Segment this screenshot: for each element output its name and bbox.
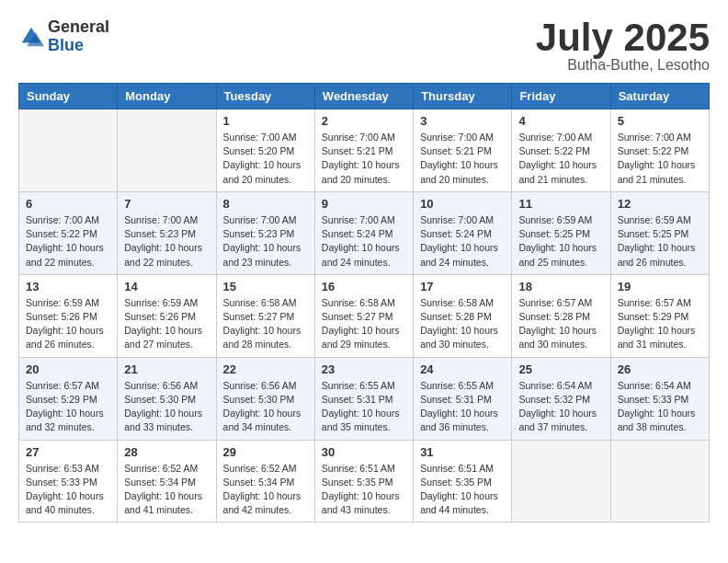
- day-number: 1: [223, 114, 308, 128]
- calendar-cell: [118, 109, 216, 192]
- day-info: Sunrise: 7:00 AMSunset: 5:24 PMDaylight:…: [322, 213, 406, 270]
- day-info: Sunrise: 6:59 AMSunset: 5:25 PMDaylight:…: [618, 213, 702, 270]
- weekday-header: Friday: [512, 84, 610, 109]
- logo: General Blue: [18, 18, 109, 55]
- calendar-cell: 19Sunrise: 6:57 AMSunset: 5:29 PMDayligh…: [610, 274, 709, 357]
- day-info: Sunrise: 6:52 AMSunset: 5:34 PMDaylight:…: [124, 462, 209, 518]
- weekday-header: Monday: [118, 84, 216, 109]
- calendar-cell: 15Sunrise: 6:58 AMSunset: 5:27 PMDayligh…: [216, 274, 314, 357]
- calendar-cell: 30Sunrise: 6:51 AMSunset: 5:35 PMDayligh…: [314, 440, 413, 523]
- day-info: Sunrise: 6:55 AMSunset: 5:31 PMDaylight:…: [420, 379, 505, 435]
- day-number: 3: [420, 114, 505, 128]
- day-number: 12: [618, 197, 702, 211]
- day-number: 20: [26, 362, 110, 376]
- day-info: Sunrise: 6:55 AMSunset: 5:31 PMDaylight:…: [322, 379, 406, 435]
- calendar-cell: 10Sunrise: 7:00 AMSunset: 5:24 PMDayligh…: [414, 191, 512, 274]
- day-number: 31: [420, 445, 505, 459]
- day-number: 8: [223, 197, 308, 211]
- calendar-cell: 16Sunrise: 6:58 AMSunset: 5:27 PMDayligh…: [314, 274, 413, 357]
- calendar-cell: 17Sunrise: 6:58 AMSunset: 5:28 PMDayligh…: [414, 274, 512, 357]
- day-info: Sunrise: 6:56 AMSunset: 5:30 PMDaylight:…: [223, 379, 308, 435]
- day-info: Sunrise: 6:51 AMSunset: 5:35 PMDaylight:…: [322, 462, 406, 518]
- day-info: Sunrise: 6:58 AMSunset: 5:28 PMDaylight:…: [420, 296, 505, 352]
- day-number: 9: [322, 197, 406, 211]
- calendar-cell: 8Sunrise: 7:00 AMSunset: 5:23 PMDaylight…: [216, 191, 314, 274]
- day-number: 16: [322, 280, 406, 293]
- day-info: Sunrise: 7:00 AMSunset: 5:20 PMDaylight:…: [223, 131, 308, 187]
- day-info: Sunrise: 6:57 AMSunset: 5:29 PMDaylight:…: [618, 296, 702, 352]
- day-info: Sunrise: 7:00 AMSunset: 5:22 PMDaylight:…: [618, 131, 702, 187]
- calendar-cell: 21Sunrise: 6:56 AMSunset: 5:30 PMDayligh…: [118, 357, 216, 440]
- calendar-cell: [19, 109, 118, 192]
- logo-text: General Blue: [48, 18, 109, 55]
- calendar-week-row: 6Sunrise: 7:00 AMSunset: 5:22 PMDaylight…: [19, 191, 710, 274]
- day-info: Sunrise: 6:57 AMSunset: 5:28 PMDaylight:…: [518, 296, 603, 352]
- day-number: 7: [124, 197, 209, 211]
- day-number: 14: [124, 280, 209, 293]
- day-number: 23: [322, 362, 406, 376]
- calendar-cell: 22Sunrise: 6:56 AMSunset: 5:30 PMDayligh…: [216, 357, 314, 440]
- day-number: 11: [518, 197, 603, 211]
- day-number: 15: [223, 280, 308, 293]
- day-info: Sunrise: 6:59 AMSunset: 5:26 PMDaylight:…: [124, 296, 209, 352]
- day-number: 13: [26, 280, 110, 293]
- calendar-cell: 18Sunrise: 6:57 AMSunset: 5:28 PMDayligh…: [512, 274, 610, 357]
- calendar-cell: 24Sunrise: 6:55 AMSunset: 5:31 PMDayligh…: [414, 357, 512, 440]
- day-info: Sunrise: 6:56 AMSunset: 5:30 PMDaylight:…: [124, 379, 209, 435]
- calendar-cell: 20Sunrise: 6:57 AMSunset: 5:29 PMDayligh…: [19, 357, 118, 440]
- day-info: Sunrise: 6:59 AMSunset: 5:25 PMDaylight:…: [518, 213, 603, 270]
- day-number: 5: [618, 114, 702, 128]
- day-number: 21: [124, 362, 209, 376]
- calendar-cell: 26Sunrise: 6:54 AMSunset: 5:33 PMDayligh…: [610, 357, 709, 440]
- calendar-header-row: SundayMondayTuesdayWednesdayThursdayFrid…: [19, 84, 710, 109]
- logo-general: General: [48, 18, 109, 37]
- calendar-cell: 3Sunrise: 7:00 AMSunset: 5:21 PMDaylight…: [414, 109, 512, 192]
- calendar-week-row: 27Sunrise: 6:53 AMSunset: 5:33 PMDayligh…: [19, 440, 710, 523]
- page-header: General Blue July 2025 Butha-Buthe, Leso…: [18, 18, 710, 74]
- logo-icon: [18, 24, 44, 50]
- calendar-cell: 27Sunrise: 6:53 AMSunset: 5:33 PMDayligh…: [19, 440, 118, 523]
- calendar-cell: 9Sunrise: 7:00 AMSunset: 5:24 PMDaylight…: [314, 191, 413, 274]
- day-info: Sunrise: 6:57 AMSunset: 5:29 PMDaylight:…: [26, 379, 110, 435]
- calendar-table: SundayMondayTuesdayWednesdayThursdayFrid…: [18, 83, 710, 523]
- calendar-cell: 6Sunrise: 7:00 AMSunset: 5:22 PMDaylight…: [19, 191, 118, 274]
- day-info: Sunrise: 6:59 AMSunset: 5:26 PMDaylight:…: [26, 296, 110, 352]
- calendar-week-row: 20Sunrise: 6:57 AMSunset: 5:29 PMDayligh…: [19, 357, 710, 440]
- calendar-cell: 11Sunrise: 6:59 AMSunset: 5:25 PMDayligh…: [512, 191, 610, 274]
- day-info: Sunrise: 6:54 AMSunset: 5:33 PMDaylight:…: [618, 379, 702, 435]
- day-info: Sunrise: 6:53 AMSunset: 5:33 PMDaylight:…: [26, 462, 110, 518]
- day-number: 6: [26, 197, 110, 211]
- day-number: 22: [223, 362, 308, 376]
- weekday-header: Tuesday: [216, 84, 314, 109]
- calendar-cell: 7Sunrise: 7:00 AMSunset: 5:23 PMDaylight…: [118, 191, 216, 274]
- day-info: Sunrise: 7:00 AMSunset: 5:21 PMDaylight:…: [322, 131, 406, 187]
- day-info: Sunrise: 7:00 AMSunset: 5:24 PMDaylight:…: [420, 213, 505, 270]
- calendar-cell: 31Sunrise: 6:51 AMSunset: 5:35 PMDayligh…: [414, 440, 512, 523]
- day-info: Sunrise: 7:00 AMSunset: 5:22 PMDaylight:…: [518, 131, 603, 187]
- calendar-cell: 12Sunrise: 6:59 AMSunset: 5:25 PMDayligh…: [610, 191, 709, 274]
- calendar-cell: 4Sunrise: 7:00 AMSunset: 5:22 PMDaylight…: [512, 109, 610, 192]
- calendar-cell: [610, 440, 709, 523]
- day-number: 30: [322, 445, 406, 459]
- calendar-cell: 1Sunrise: 7:00 AMSunset: 5:20 PMDaylight…: [216, 109, 314, 192]
- calendar-cell: 5Sunrise: 7:00 AMSunset: 5:22 PMDaylight…: [610, 109, 709, 192]
- calendar-week-row: 13Sunrise: 6:59 AMSunset: 5:26 PMDayligh…: [19, 274, 710, 357]
- day-info: Sunrise: 6:58 AMSunset: 5:27 PMDaylight:…: [223, 296, 308, 352]
- location-title: Butha-Buthe, Lesotho: [536, 57, 710, 74]
- weekday-header: Wednesday: [314, 84, 413, 109]
- calendar-cell: 13Sunrise: 6:59 AMSunset: 5:26 PMDayligh…: [19, 274, 118, 357]
- day-number: 2: [322, 114, 406, 128]
- day-info: Sunrise: 6:52 AMSunset: 5:34 PMDaylight:…: [223, 462, 308, 518]
- logo-blue: Blue: [48, 37, 109, 55]
- title-block: July 2025 Butha-Buthe, Lesotho: [536, 18, 710, 74]
- day-number: 26: [618, 362, 702, 376]
- month-title: July 2025: [536, 18, 710, 57]
- day-info: Sunrise: 7:00 AMSunset: 5:22 PMDaylight:…: [26, 213, 110, 270]
- calendar-week-row: 1Sunrise: 7:00 AMSunset: 5:20 PMDaylight…: [19, 109, 710, 192]
- calendar-cell: 29Sunrise: 6:52 AMSunset: 5:34 PMDayligh…: [216, 440, 314, 523]
- calendar-cell: 28Sunrise: 6:52 AMSunset: 5:34 PMDayligh…: [118, 440, 216, 523]
- day-info: Sunrise: 6:51 AMSunset: 5:35 PMDaylight:…: [420, 462, 505, 518]
- weekday-header: Thursday: [414, 84, 512, 109]
- calendar-cell: [512, 440, 610, 523]
- day-number: 25: [518, 362, 603, 376]
